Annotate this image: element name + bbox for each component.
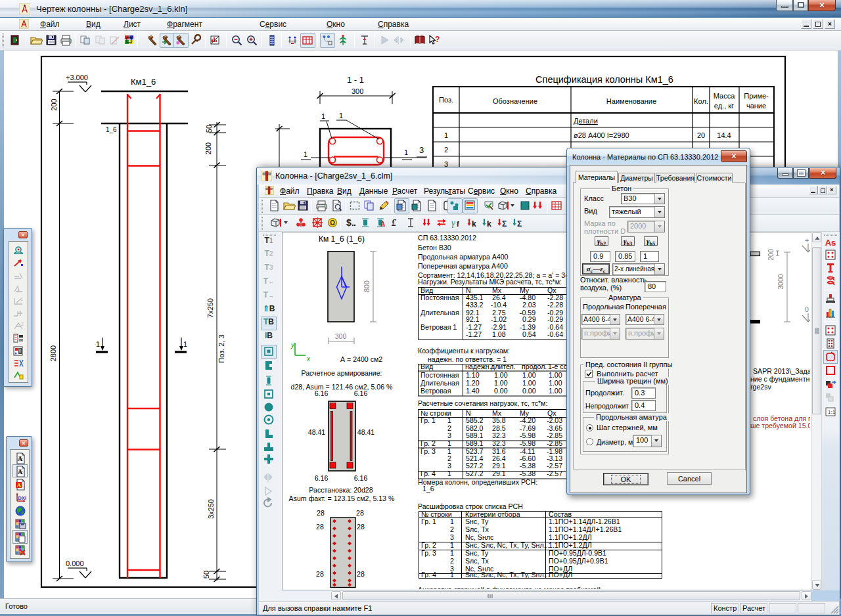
svg-text:Вид: Вид (420, 363, 433, 370)
svg-text:My: My (520, 409, 530, 417)
svg-text:$: $ (346, 217, 352, 228)
svg-text:Продольная арматура А400: Продольная арматура А400 (418, 253, 509, 261)
svg-text:200: 200 (50, 99, 58, 110)
svg-text:2: 2 (450, 525, 454, 533)
svg-text:0.00: 0.00 (522, 387, 536, 395)
svg-text:521.4: 521.4 (466, 454, 484, 462)
svg-text:1: 1 (96, 340, 100, 348)
svg-text:Приме-: Приме- (744, 92, 769, 100)
svg-text:Расстановка: 20d28: Расстановка: 20d28 (309, 486, 373, 494)
svg-text:0: 0 (805, 305, 809, 313)
svg-text:1.40: 1.40 (466, 387, 480, 395)
svg-text:28: 28 (316, 523, 324, 531)
svg-text:26.4: 26.4 (492, 454, 506, 462)
svg-text:2.03: 2.03 (522, 301, 536, 309)
svg-text:1.10: 1.10 (466, 371, 480, 379)
svg-text:d28, Asum = 121.46 см2, 5.06: d28, Asum = 121.46 см2, 5.06 % (291, 383, 393, 391)
svg-text:Обозначение: Обозначение (493, 97, 537, 105)
svg-text:2800: 2800 (49, 345, 57, 361)
svg-text:Расшифровка строк списка РСН: Расшифровка строк списка РСН (418, 502, 523, 510)
svg-text:-1.02: -1.02 (491, 315, 507, 323)
svg-text:32.3: 32.3 (492, 431, 506, 439)
svg-text:-1.27: -1.27 (466, 330, 482, 338)
svg-text:2: 2 (450, 557, 454, 565)
svg-text:3: 3 (447, 431, 451, 439)
svg-text:ПО+ДЛ: ПО+ДЛ (549, 571, 572, 579)
svg-text:y: y (290, 341, 295, 349)
svg-text:1: 1 (304, 150, 307, 158)
svg-text:№ строки: № строки (420, 409, 451, 417)
svg-text:Sлс, Тх: Sлс, Тх (465, 525, 489, 533)
svg-text:Детали: Детали (574, 117, 598, 125)
svg-text:2: 2 (447, 424, 451, 432)
svg-text:Гр. 4: Гр. 4 (421, 571, 436, 579)
svg-text:-7.69: -7.69 (520, 424, 535, 432)
svg-text:Sнс, Ту: Sнс, Ту (465, 549, 489, 557)
svg-text:k: k (472, 219, 476, 229)
svg-text:ше требуемой 15.0.: ше требуемой 15.0. (750, 422, 810, 429)
svg-text:-5.38: -5.38 (520, 462, 535, 470)
svg-text:1.00: 1.00 (494, 379, 508, 387)
svg-text:Qx: Qx (547, 409, 557, 417)
svg-text:Расчетные сочетания нагрузок,: Расчетные сочетания нагрузок, тс, тс*м: (418, 399, 547, 407)
svg-text:Sнс, Sлс, Nс, Тх, Ту, Sнл...: Sнс, Sлс, Nс, Тх, Ту, Sнл... (465, 541, 549, 549)
svg-text:Sнс, Ту: Sнс, Ту (465, 517, 489, 525)
svg-text:1: 1 (447, 416, 451, 424)
svg-text:0.29: 0.29 (522, 315, 536, 323)
svg-text:1: 1 (450, 549, 454, 557)
svg-text:1: 1 (183, 340, 187, 348)
svg-text:1.20: 1.20 (466, 379, 480, 387)
svg-text:2: 2 (21, 322, 24, 326)
svg-text:1:1: 1:1 (828, 409, 836, 415)
svg-text:1.1ПО+1.2ДЛ: 1.1ПО+1.2ДЛ (549, 533, 592, 541)
svg-text:1.00: 1.00 (494, 371, 508, 379)
svg-text:-2.57: -2.57 (547, 462, 562, 470)
svg-text:Бетон В30: Бетон В30 (418, 244, 451, 252)
svg-text:Поз.: Поз. (439, 96, 453, 104)
svg-text:чание: чание (746, 102, 766, 110)
svg-text:Анкеровка стержней в фундамент: Анкеровка стержней в фундаменте не менее… (418, 586, 601, 590)
svg-text:A: A (17, 482, 22, 489)
svg-text:1_6: 1_6 (422, 485, 434, 493)
svg-text:Постоянная: Постоянная (420, 371, 459, 379)
svg-text:-3.13: -3.13 (547, 454, 562, 462)
svg-text:28: 28 (317, 509, 325, 517)
svg-text:1: 1 (339, 112, 343, 120)
svg-text:200: 200 (204, 143, 212, 154)
svg-text:+3.000: +3.000 (66, 74, 88, 81)
svg-text:1.00: 1.00 (549, 371, 562, 379)
svg-text:1.00: 1.00 (549, 387, 562, 395)
svg-text:-5.98: -5.98 (520, 431, 535, 439)
svg-text:надежн. по ответств. = 1: надежн. по ответств. = 1 (428, 355, 507, 363)
svg-text:1: 1 (20, 297, 23, 301)
svg-text:-2.28: -2.28 (547, 301, 563, 309)
svg-text:SAPR 2013\_Задач: SAPR 2013\_Задач (753, 367, 810, 375)
svg-text:1 - 1: 1 - 1 (347, 75, 364, 85)
svg-text:A: A (380, 221, 385, 228)
svg-text:Коэффициенты к нагрузкам:: Коэффициенты к нагрузкам: (418, 347, 510, 355)
svg-text:Ω: Ω (330, 219, 335, 227)
svg-text:-0.29: -0.29 (547, 315, 563, 323)
svg-text:2: 2 (444, 146, 448, 154)
svg-text:f: f (457, 220, 459, 228)
svg-text:0.54: 0.54 (522, 330, 536, 338)
svg-text:29.1: 29.1 (492, 470, 506, 477)
svg-text:Гр. 2: Гр. 2 (421, 541, 436, 549)
svg-text:6.16: 6.16 (315, 474, 329, 482)
svg-text:Mx: Mx (492, 409, 502, 417)
svg-text:-10.4: -10.4 (491, 301, 507, 309)
svg-text:Постоянная: Постоянная (420, 294, 459, 301)
svg-text:Nс, Sнлс: Nс, Sнлс (465, 533, 494, 541)
svg-text:300: 300 (352, 87, 363, 95)
svg-text:N: N (466, 409, 471, 417)
svg-text:Σ: Σ (517, 219, 522, 229)
svg-text:2: 2 (447, 454, 451, 462)
svg-text:Номера колонн, определивших РС: Номера колонн, определивших РСН: (418, 478, 537, 486)
svg-text:1.1ПО+1.14ДЛ-1.26В1: 1.1ПО+1.14ДЛ-1.26В1 (549, 517, 620, 525)
svg-text:1_6: 1_6 (106, 126, 117, 133)
svg-text:ø28 А400 I=2980: ø28 А400 I=2980 (574, 131, 629, 139)
svg-text:1: 1 (447, 439, 451, 447)
svg-text:35.8: 35.8 (492, 416, 506, 424)
svg-text:Поперечная арматура А400: Поперечная арматура А400 (418, 262, 508, 270)
svg-text:Ветровая: Ветровая (420, 387, 451, 395)
